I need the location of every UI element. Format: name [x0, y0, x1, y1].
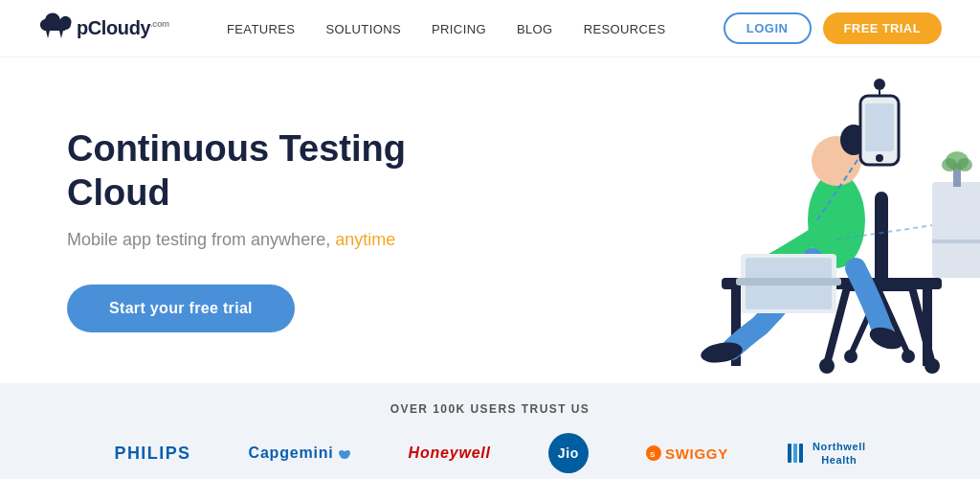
nav-solutions[interactable]: SOLUTIONS: [325, 22, 401, 36]
svg-rect-43: [793, 444, 797, 463]
svg-point-26: [874, 79, 885, 90]
logo-honeywell: Honeywell: [409, 445, 491, 462]
logo-northwell: NorthwellHealth: [786, 440, 866, 468]
svg-rect-21: [736, 278, 841, 285]
svg-rect-3: [875, 192, 888, 287]
logo-text: pCloudy.com: [77, 17, 169, 39]
northwell-icon: [786, 442, 809, 465]
svg-point-25: [876, 154, 883, 162]
svg-point-10: [924, 358, 940, 374]
swiggy-icon: S: [646, 445, 661, 461]
svg-point-9: [819, 358, 835, 374]
trust-bar: OVER 100K USERS TRUST US PHILIPS Capgemi…: [0, 383, 980, 479]
nav-pricing[interactable]: PRICING: [432, 22, 486, 36]
svg-point-35: [942, 158, 957, 171]
trust-logos: PHILIPS Capgemini Honeywell Jio S SWIGGY…: [38, 433, 942, 473]
illustration-svg: [501, 67, 980, 383]
svg-rect-44: [799, 444, 803, 463]
cloud-icon: [38, 11, 73, 45]
nav-blog[interactable]: BLOG: [517, 22, 553, 36]
logo[interactable]: pCloudy.com: [38, 11, 169, 45]
svg-point-36: [957, 158, 972, 171]
login-button[interactable]: LOGIN: [724, 12, 812, 44]
svg-rect-42: [788, 444, 791, 463]
nav-actions: LOGIN FREE TRIAL: [724, 12, 942, 44]
nav-resources[interactable]: RESOURCES: [584, 22, 666, 36]
navbar: pCloudy.com FEATURES SOLUTIONS PRICING B…: [0, 0, 980, 57]
svg-point-11: [844, 350, 858, 363]
start-trial-button[interactable]: Start your free trial: [67, 285, 295, 332]
svg-point-39: [345, 450, 350, 456]
svg-rect-31: [932, 182, 980, 278]
logo-jio: Jio: [548, 433, 589, 473]
hero-subtitle: Mobile app testing from anywhere, anytim…: [67, 230, 504, 250]
hero-title: Continuous Testing Cloud: [67, 127, 504, 215]
logo-swiggy: S SWIGGY: [646, 445, 728, 462]
svg-rect-32: [932, 240, 980, 243]
nav-links: FEATURES SOLUTIONS PRICING BLOG RESOURCE…: [227, 20, 666, 37]
trust-bar-heading: OVER 100K USERS TRUST US: [38, 402, 942, 416]
hero-section: Continuous Testing Cloud Mobile app test…: [0, 57, 980, 383]
free-trial-nav-button[interactable]: FREE TRIAL: [823, 12, 942, 44]
logo-philips: PHILIPS: [114, 444, 190, 464]
hero-content: Continuous Testing Cloud Mobile app test…: [0, 57, 543, 383]
svg-text:S: S: [650, 450, 656, 459]
svg-rect-24: [865, 103, 894, 151]
hero-illustration: [543, 57, 980, 383]
capgemini-cloud-icon: [338, 446, 351, 460]
svg-point-12: [902, 350, 915, 363]
logo-capgemini: Capgemini: [249, 445, 351, 462]
nav-features[interactable]: FEATURES: [227, 22, 296, 36]
svg-point-38: [339, 450, 345, 456]
